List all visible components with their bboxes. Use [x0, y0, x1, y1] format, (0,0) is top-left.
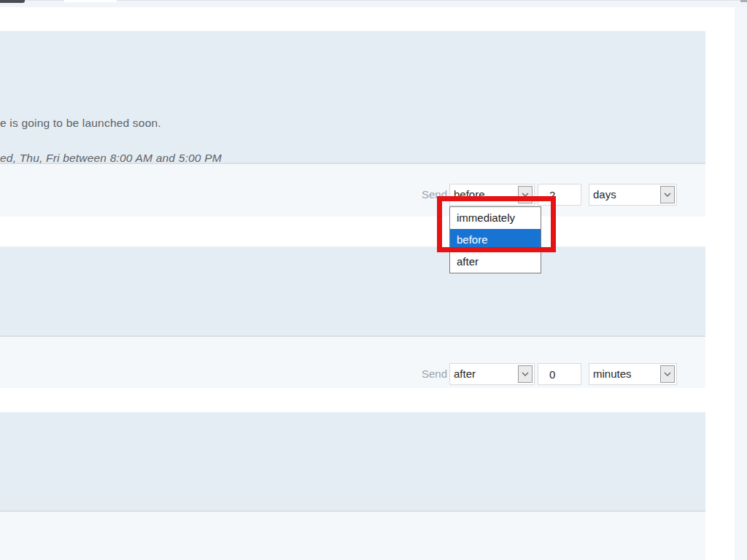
send-schedule-row-2: Send after minutes	[0, 363, 705, 385]
window-edge-fragment	[0, 0, 25, 3]
send-schedule-row-1: Send before days	[0, 184, 705, 206]
unit-select-value: days	[593, 188, 616, 201]
section-panel-notification: e is going to be launched soon. ed, Thu,…	[0, 31, 705, 164]
section-panel-3	[0, 412, 705, 512]
annotation-red-box	[437, 196, 556, 252]
chevron-down-icon[interactable]	[518, 365, 533, 383]
launch-notice-text: e is going to be launched soon.	[0, 117, 161, 130]
unit-select[interactable]: minutes	[589, 363, 677, 385]
send-label: Send	[422, 368, 447, 380]
timing-select-value: after	[454, 368, 476, 380]
header-band	[0, 7, 735, 31]
unit-select-value: minutes	[593, 368, 632, 380]
window-edge-notch	[64, 0, 117, 2]
window-corner-fragment	[740, 0, 747, 2]
chevron-down-icon[interactable]	[660, 365, 675, 383]
bottom-band	[0, 512, 705, 560]
page-right-margin	[735, 7, 747, 560]
schedule-note-text: ed, Thu, Fri between 8:00 AM and 5:00 PM	[0, 152, 222, 165]
amount-input[interactable]	[538, 363, 581, 385]
timing-select[interactable]: after	[449, 363, 535, 385]
section-panel-2	[0, 246, 705, 337]
chevron-down-icon[interactable]	[660, 186, 675, 203]
dropdown-option-after[interactable]: after	[450, 251, 541, 273]
unit-select[interactable]: days	[589, 184, 677, 206]
